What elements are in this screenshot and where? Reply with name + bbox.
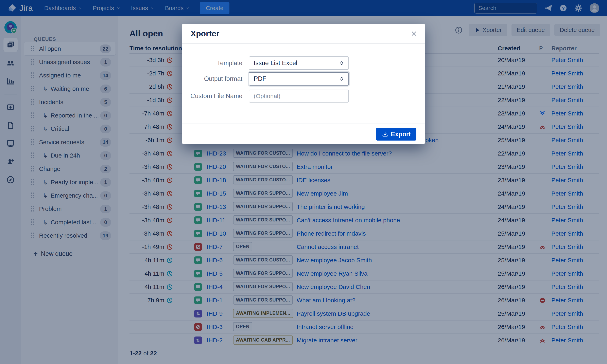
dialog-footer: Export xyxy=(182,124,425,144)
field-row-custom-file-name: Custom File Name xyxy=(182,90,425,103)
field-row-template: TemplateIssue List Excel xyxy=(182,56,425,70)
xporter-dialog: Xporter TemplateIssue List ExcelOutput f… xyxy=(182,24,425,144)
output-format-select[interactable]: PDF xyxy=(249,72,349,86)
close-icon[interactable] xyxy=(410,30,418,38)
download-icon xyxy=(382,131,388,138)
field-label: Template xyxy=(182,59,249,67)
jira-service-desk-screen: Jira DashboardsProjectsIssuesBoards Crea… xyxy=(0,0,607,364)
select-spinner-icon xyxy=(339,60,345,66)
dialog-header: Xporter xyxy=(182,24,425,44)
export-label: Export xyxy=(391,131,411,138)
select-spinner-icon xyxy=(339,76,345,82)
select-value: PDF xyxy=(254,75,339,82)
custom-file-name-input[interactable] xyxy=(249,90,349,103)
dialog-body: TemplateIssue List ExcelOutput formatPDF… xyxy=(182,44,425,123)
field-label: Custom File Name xyxy=(182,92,249,100)
dialog-title: Xporter xyxy=(191,29,219,38)
field-label: Output format xyxy=(182,75,249,82)
template-select[interactable]: Issue List Excel xyxy=(249,56,349,70)
export-button[interactable]: Export xyxy=(376,128,416,141)
select-value: Issue List Excel xyxy=(254,59,339,67)
field-row-output-format: Output formatPDF xyxy=(182,72,425,86)
